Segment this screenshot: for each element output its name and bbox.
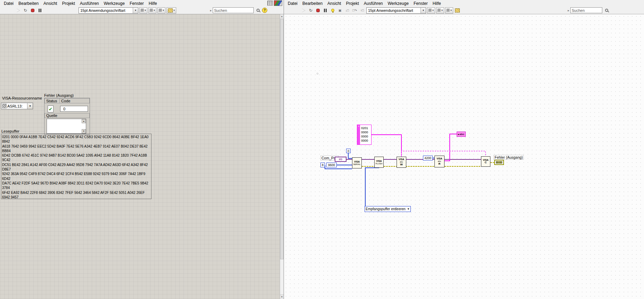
front-panel-canvas[interactable]: VISA-Ressourcenname ASRL13: ▾ Fehler (Au… (0, 14, 280, 299)
com-port-terminal[interactable]: I/O (335, 157, 347, 162)
distribute-icon (438, 9, 441, 12)
menu-projekt[interactable]: Projekt (59, 0, 77, 7)
resize-objects-button[interactable]: ▾ (445, 7, 453, 14)
pause-icon (39, 9, 41, 12)
visa-configure-serial-node[interactable]: VISA SERIAL (352, 157, 362, 168)
node-line: W (400, 163, 403, 166)
search-button[interactable] (255, 7, 261, 14)
scroll-up-icon[interactable]: ▲ (82, 119, 86, 123)
vertical-scrollbar[interactable]: ▲ ▼ (280, 14, 284, 299)
search-button[interactable] (603, 7, 610, 14)
data-bits-constant[interactable]: 8 (320, 163, 325, 167)
search-splitter-icon[interactable]: ▸ (210, 9, 212, 12)
abort-button[interactable] (315, 7, 321, 14)
source-label: Quelle (44, 113, 90, 118)
error-cluster-header: Status Code (44, 98, 90, 103)
read-buffer-field[interactable]: 0201 0000 0FA4 A1BB 7E42 C542 9242 ACD6 … (1, 134, 152, 199)
distribute-objects-button[interactable]: ▾ (436, 7, 444, 14)
search-icon (605, 9, 608, 12)
menu-ausfuehren[interactable]: Ausführen (361, 0, 385, 7)
align-objects-button[interactable]: ▾ (139, 7, 147, 14)
pause-icon (324, 9, 327, 12)
vi-icon[interactable] (274, 0, 282, 6)
reorder-button[interactable]: ▾ (166, 7, 176, 14)
visa-resource-combo[interactable]: ASRL13: ▾ (1, 103, 33, 109)
menu-projekt[interactable]: Projekt (343, 0, 361, 7)
retain-wire-values-button[interactable]: ▣ (337, 7, 343, 14)
search-input[interactable] (570, 7, 602, 13)
menu-ansicht[interactable]: Ansicht (325, 0, 343, 7)
flush-mode-enum[interactable]: Empfangspuffer entleeren ▼ (365, 206, 411, 212)
string-constant[interactable]: × 0201 0000 0000 0000 (357, 125, 372, 145)
menu-werkzeuge[interactable]: Werkzeuge (385, 0, 411, 7)
visa-read-node[interactable]: VISA abc R (434, 156, 445, 167)
menu-hilfe[interactable]: Hilfe (430, 0, 443, 7)
error-cluster[interactable]: Status Code ✔ 0 Quelle ▲ ▼ (44, 98, 90, 135)
menu-fenster[interactable]: Fenster (127, 0, 146, 7)
read-buffer-terminal[interactable]: ▸ abc (457, 132, 466, 137)
align-icon (141, 9, 144, 12)
run-continuous-button[interactable]: ↻ (22, 7, 28, 14)
search-splitter-icon[interactable]: ▸ (568, 9, 569, 12)
visa-flush-buffer-node[interactable]: VISA FLUSH (374, 157, 384, 168)
scrollbar-down-icon[interactable]: ▼ (280, 294, 284, 299)
zero-constant[interactable]: 0 (346, 149, 351, 153)
highlight-execution-button[interactable] (329, 7, 336, 14)
menu-datei[interactable]: Datei (285, 0, 300, 7)
scrollbar-up-icon[interactable]: ▲ (280, 14, 284, 19)
menu-werkzeuge[interactable]: Werkzeuge (101, 0, 127, 7)
menu-bearbeiten[interactable]: Bearbeiten (16, 0, 41, 7)
menu-datei[interactable]: Datei (1, 0, 16, 7)
help-icon[interactable]: ? (262, 8, 267, 13)
error-out-terminal[interactable] (494, 160, 504, 165)
menu-bearbeiten[interactable]: Bearbeiten (300, 0, 325, 7)
reorder-icon (168, 8, 173, 13)
visa-write-node[interactable]: VISA abc W (397, 157, 406, 168)
scroll-down-icon[interactable]: ▼ (82, 129, 86, 133)
font-selector[interactable]: 15pt Anwendungsschriftart ▾ (366, 7, 426, 14)
clean-up-diagram-button[interactable] (454, 7, 460, 14)
block-diagram-canvas[interactable]: × 0201 0000 0000 0000 Com_Port I/O 0 8 9… (284, 14, 644, 299)
visa-resource-dropdown-button[interactable]: ▾ (27, 103, 33, 109)
resize-icon (159, 9, 162, 12)
run-icon (17, 9, 20, 12)
visa-close-node[interactable]: VISA C (481, 156, 490, 167)
abort-icon (31, 9, 34, 12)
code-field[interactable]: 0 (60, 106, 88, 112)
status-ok-icon: ✔ (49, 107, 52, 112)
menu-hilfe[interactable]: Hilfe (146, 0, 160, 7)
pause-button[interactable] (322, 7, 328, 14)
status-label: Status (44, 98, 60, 103)
distribute-objects-button[interactable]: ▾ (148, 7, 156, 14)
menu-fenster[interactable]: Fenster (411, 0, 430, 7)
block-diagram-menu-bar: Datei Bearbeiten Ansicht Projekt Ausführ… (284, 0, 644, 7)
node-line: VISA (437, 157, 442, 160)
run-continuous-icon: ↻ (24, 8, 27, 13)
scrollbar-thumb[interactable] (280, 19, 284, 259)
step-out-button[interactable]: ↑□ (359, 7, 365, 14)
connector-pane-icon[interactable] (267, 1, 273, 6)
run-button[interactable] (300, 7, 307, 14)
status-led[interactable]: ✔ (48, 105, 54, 112)
font-selector[interactable]: 15pt Anwendungsschriftart ▾ (79, 7, 138, 14)
clean-up-icon (455, 8, 460, 13)
abort-button[interactable] (30, 7, 36, 14)
source-field[interactable]: ▲ ▼ (47, 119, 86, 134)
step-over-button[interactable]: □↷ (351, 7, 358, 14)
pause-button[interactable] (37, 7, 43, 14)
menu-ausfuehren[interactable]: Ausführen (78, 0, 101, 7)
front-panel-window: Datei Bearbeiten Ansicht Projekt Ausführ… (0, 0, 284, 299)
distribute-icon (150, 9, 153, 12)
retain-wire-values-icon: ▣ (339, 9, 342, 12)
step-into-button[interactable]: ↓□ (344, 7, 350, 14)
baud-rate-constant[interactable]: 9600 (326, 163, 337, 167)
search-input[interactable] (213, 7, 254, 13)
align-objects-button[interactable]: ▾ (427, 7, 435, 14)
indicator-arrow-icon: ▸ (458, 133, 459, 136)
run-button[interactable] (15, 7, 21, 14)
menu-ansicht[interactable]: Ansicht (41, 0, 59, 7)
run-continuous-button[interactable]: ↻ (308, 7, 314, 14)
resize-objects-button[interactable]: ▾ (157, 7, 165, 14)
font-selector-value: 15pt Anwendungsschriftart (79, 8, 127, 13)
byte-count-constant[interactable]: 4200 (423, 156, 433, 160)
